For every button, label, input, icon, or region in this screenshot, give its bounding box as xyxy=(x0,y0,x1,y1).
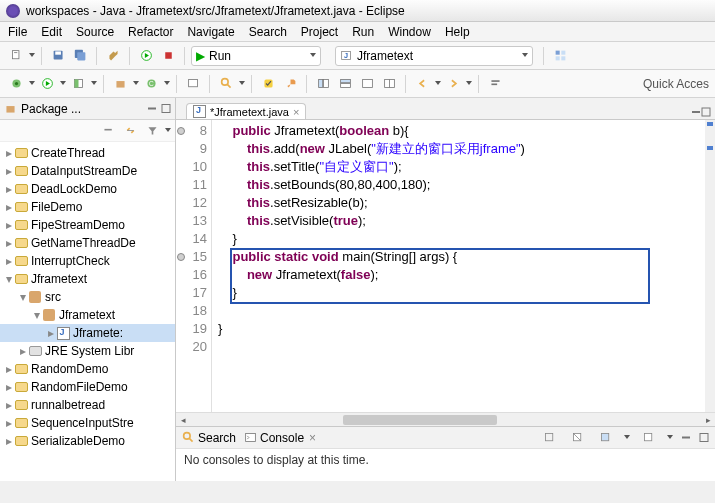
expand-arrow-icon[interactable]: ▸ xyxy=(4,416,14,430)
expand-arrow-icon[interactable]: ▸ xyxy=(4,434,14,448)
tree-item[interactable]: ▸CreateThread xyxy=(0,144,175,162)
minimize-icon[interactable] xyxy=(147,102,157,116)
quick-access[interactable]: Quick Acces xyxy=(643,77,709,91)
expand-arrow-icon[interactable]: ▸ xyxy=(18,344,28,358)
menu-source[interactable]: Source xyxy=(76,25,114,39)
build-button[interactable] xyxy=(103,46,123,66)
expand-arrow-icon[interactable]: ▸ xyxy=(4,182,14,196)
expand-arrow-icon[interactable]: ▾ xyxy=(4,272,14,286)
dropdown-icon[interactable] xyxy=(29,81,35,87)
save-button[interactable] xyxy=(48,46,68,66)
dropdown-icon[interactable] xyxy=(435,81,441,87)
dropdown-icon[interactable] xyxy=(239,81,245,87)
tree-item[interactable]: ▸DeadLockDemo xyxy=(0,180,175,198)
console-clear-icon[interactable] xyxy=(567,428,587,448)
dropdown-icon[interactable] xyxy=(667,435,673,441)
horizontal-scrollbar[interactable]: ◂ ▸ xyxy=(176,412,715,426)
nav-fwd-button[interactable] xyxy=(443,74,463,94)
tree-item[interactable]: ▸Jframete: xyxy=(0,324,175,342)
view-menu-icon[interactable] xyxy=(165,128,171,134)
new-class-button[interactable]: C xyxy=(141,74,161,94)
dropdown-icon[interactable] xyxy=(91,81,97,87)
tree-item[interactable]: ▸SerializableDemo xyxy=(0,432,175,450)
tree-item[interactable]: ▸DataInputStreamDe xyxy=(0,162,175,180)
tree-item[interactable]: ▾src xyxy=(0,288,175,306)
menu-file[interactable]: File xyxy=(8,25,27,39)
run-config-field[interactable] xyxy=(209,49,309,63)
menu-help[interactable]: Help xyxy=(445,25,470,39)
expand-arrow-icon[interactable]: ▸ xyxy=(4,236,14,250)
coverage-button[interactable] xyxy=(68,74,88,94)
collapse-all-button[interactable] xyxy=(485,74,505,94)
expand-arrow-icon[interactable]: ▸ xyxy=(4,254,14,268)
project-field[interactable] xyxy=(357,49,517,63)
maximize-icon[interactable] xyxy=(701,105,711,119)
menu-window[interactable]: Window xyxy=(388,25,431,39)
menu-project[interactable]: Project xyxy=(301,25,338,39)
search-button[interactable] xyxy=(216,74,236,94)
tree-item[interactable]: ▸FileDemo xyxy=(0,198,175,216)
maximize-icon[interactable] xyxy=(699,431,709,445)
minimize-icon[interactable] xyxy=(681,431,691,445)
stop-button[interactable] xyxy=(158,46,178,66)
layout1-icon[interactable] xyxy=(313,74,333,94)
close-icon[interactable]: × xyxy=(293,106,299,118)
dropdown-icon[interactable] xyxy=(60,81,66,87)
open-type-button[interactable] xyxy=(183,74,203,94)
dropdown-icon[interactable] xyxy=(133,81,139,87)
pin-button[interactable] xyxy=(280,74,300,94)
perspective-icon[interactable] xyxy=(550,46,570,66)
tree-item[interactable]: ▸FipeStreamDemo xyxy=(0,216,175,234)
tree-item[interactable]: ▸RandomFileDemo xyxy=(0,378,175,396)
expand-arrow-icon[interactable]: ▸ xyxy=(4,200,14,214)
maximize-icon[interactable] xyxy=(161,102,171,116)
new-package-button[interactable] xyxy=(110,74,130,94)
console-tab[interactable]: Console × xyxy=(244,431,316,445)
console-open-icon[interactable] xyxy=(638,428,658,448)
dropdown-icon[interactable] xyxy=(466,81,472,87)
tree-item[interactable]: ▸JRE System Libr xyxy=(0,342,175,360)
expand-arrow-icon[interactable]: ▾ xyxy=(32,308,42,322)
overview-ruler[interactable] xyxy=(705,120,715,412)
scroll-left-icon[interactable]: ◂ xyxy=(176,414,190,426)
dropdown-icon[interactable] xyxy=(164,81,170,87)
dropdown-icon[interactable] xyxy=(624,435,630,441)
menu-run[interactable]: Run xyxy=(352,25,374,39)
console-display-icon[interactable] xyxy=(595,428,615,448)
scroll-right-icon[interactable]: ▸ xyxy=(701,414,715,426)
code-content[interactable]: public Jframetext(boolean b){ this.add(n… xyxy=(212,120,531,412)
save-all-button[interactable] xyxy=(70,46,90,66)
filter-icon[interactable] xyxy=(142,121,162,141)
dropdown-icon[interactable] xyxy=(522,53,528,59)
debug-button[interactable] xyxy=(6,74,26,94)
expand-arrow-icon[interactable]: ▸ xyxy=(46,326,56,340)
tree-item[interactable]: ▸SequenceInputStre xyxy=(0,414,175,432)
project-selector[interactable]: J xyxy=(335,46,533,66)
expand-arrow-icon[interactable]: ▸ xyxy=(4,164,14,178)
tree-item[interactable]: ▸InterruptCheck xyxy=(0,252,175,270)
collapse-icon[interactable] xyxy=(98,121,118,141)
tree-item[interactable]: ▸runnalbetread xyxy=(0,396,175,414)
menu-edit[interactable]: Edit xyxy=(41,25,62,39)
tree-item[interactable]: ▾Jframetext xyxy=(0,270,175,288)
layout4-icon[interactable] xyxy=(379,74,399,94)
new-button[interactable] xyxy=(6,46,26,66)
expand-arrow-icon[interactable]: ▸ xyxy=(4,146,14,160)
editor-tab[interactable]: *Jframetext.java × xyxy=(186,103,306,119)
close-icon[interactable]: × xyxy=(309,431,316,445)
run-config-combo[interactable]: ▶ xyxy=(191,46,321,66)
code-editor[interactable]: 891011121314151617181920 public Jframete… xyxy=(176,120,715,412)
nav-back-button[interactable] xyxy=(412,74,432,94)
menu-navigate[interactable]: Navigate xyxy=(187,25,234,39)
tree-item[interactable]: ▸GetNameThreadDe xyxy=(0,234,175,252)
console-pin-icon[interactable] xyxy=(539,428,559,448)
search-tab[interactable]: Search xyxy=(182,431,236,445)
expand-arrow-icon[interactable]: ▸ xyxy=(4,218,14,232)
tree-item[interactable]: ▾Jframetext xyxy=(0,306,175,324)
expand-arrow-icon[interactable]: ▸ xyxy=(4,362,14,376)
menu-refactor[interactable]: Refactor xyxy=(128,25,173,39)
line-gutter[interactable]: 891011121314151617181920 xyxy=(176,120,212,412)
dropdown-icon[interactable] xyxy=(310,53,316,59)
layout3-icon[interactable] xyxy=(357,74,377,94)
toggle-mark-button[interactable] xyxy=(258,74,278,94)
